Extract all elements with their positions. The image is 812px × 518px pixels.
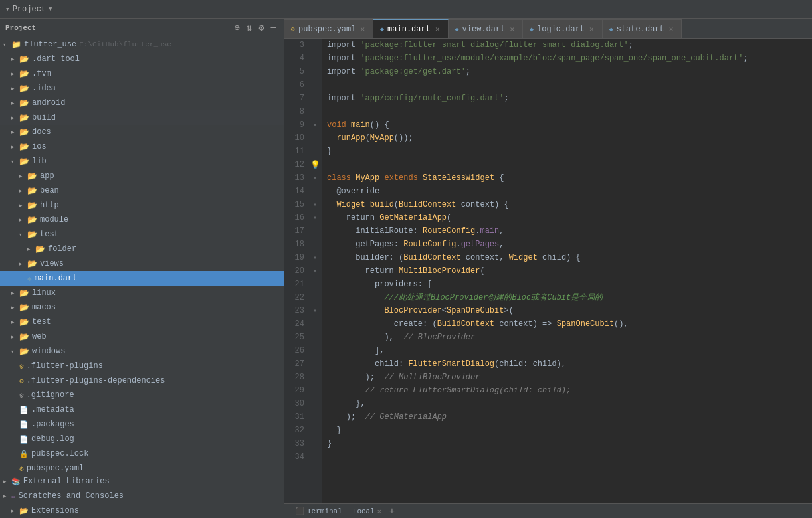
tab-main[interactable]: ◆ main.dart ✕ xyxy=(373,19,448,38)
line-gutter-combined: 3 4 5 6 7 xyxy=(284,39,322,503)
arrow-icon: ▾ xyxy=(3,41,9,48)
sidebar-item-app[interactable]: ▶ 📂 app xyxy=(0,169,284,183)
line-num-15: 15 xyxy=(284,200,308,209)
folder-icon-module: 📂 xyxy=(27,215,37,225)
folder-icon-android: 📂 xyxy=(19,98,29,108)
sidebar-item-lib-test[interactable]: ▾ 📂 test xyxy=(0,227,284,242)
minimize-icon[interactable]: — xyxy=(269,21,278,34)
code-line-7: import 'app/config/route_config.dart'; xyxy=(327,92,812,105)
add-icon[interactable]: ⊕ xyxy=(232,21,241,34)
sidebar-item-dart-tool[interactable]: ▶ 📂 .dart_tool xyxy=(0,52,284,66)
sidebar-item-gitignore[interactable]: ▶ ⚙ .gitignore xyxy=(0,388,284,402)
fold-icon-19[interactable]: ▾ xyxy=(313,254,317,262)
sidebar-item-ios[interactable]: ▶ 📂 ios xyxy=(0,139,284,154)
sidebar-item-idea[interactable]: ▶ 📂 .idea xyxy=(0,81,284,96)
gutter-row-11: 11 xyxy=(284,145,322,158)
project-icon: 📁 xyxy=(11,40,21,50)
gutter-row-14: 14 xyxy=(284,185,322,198)
dart-tool-label: .dart_tool xyxy=(32,54,80,64)
gutter-row-22: 22 xyxy=(284,291,322,304)
line-num-6: 6 xyxy=(284,80,308,90)
sidebar-item-build[interactable]: ▶ 📂 build xyxy=(0,110,284,125)
tab-logic[interactable]: ◆ logic.dart ✕ xyxy=(523,19,603,38)
code-line-29: // return FlutterSmartDialog(child: chil… xyxy=(327,384,812,397)
sidebar-item-windows[interactable]: ▾ 📂 windows xyxy=(0,344,284,359)
code-line-17: initialRoute: RouteConfig.main, xyxy=(327,224,812,238)
sidebar-item-metadata[interactable]: ▶ 📄 .metadata xyxy=(0,402,284,417)
tab-pubspec[interactable]: ⚙ pubspec.yaml ✕ xyxy=(284,19,373,38)
sidebar-item-test[interactable]: ▶ 📂 test xyxy=(0,315,284,329)
sidebar-item-views[interactable]: ▶ 📂 views xyxy=(0,256,284,271)
sidebar-item-bean[interactable]: ▶ 📂 bean xyxy=(0,183,284,198)
sidebar-item-fvm[interactable]: ▶ 📂 .fvm xyxy=(0,66,284,81)
pubspec-lock-label: pubspec.lock xyxy=(31,449,88,458)
sidebar-item-android[interactable]: ▶ 📂 android xyxy=(0,96,284,110)
test-label: test xyxy=(32,317,51,327)
sidebar-item-linux[interactable]: ▶ 📂 linux xyxy=(0,286,284,300)
line-num-29: 29 xyxy=(284,386,308,395)
project-path: E:\GitHub\flutter_use xyxy=(79,41,171,48)
sidebar-item-web[interactable]: ▶ 📂 web xyxy=(0,329,284,344)
folder-icon-app: 📂 xyxy=(27,171,37,181)
code-line-16: return GetMaterialApp( xyxy=(327,211,812,224)
add-terminal-btn[interactable]: + xyxy=(387,506,397,517)
gutter-row-33: 33 xyxy=(284,437,322,450)
code-line-31: ); // GetMaterialApp xyxy=(327,410,812,424)
gutter-row-19: 19 ▾ xyxy=(284,251,322,264)
sidebar-tree[interactable]: ▾ 📁 flutter_use E:\GitHub\flutter_use ▶ … xyxy=(0,37,284,474)
fold-icon-20[interactable]: ▾ xyxy=(313,267,317,275)
project-dropdown[interactable]: ▾ Project ▼ xyxy=(5,5,52,14)
sidebar-item-debug-log[interactable]: ▶ 📄 debug.log xyxy=(0,432,284,446)
tab-close-state[interactable]: ✕ xyxy=(668,24,675,34)
module-label: module xyxy=(40,215,68,224)
tab-icon-main: ◆ xyxy=(380,25,384,33)
file-icon-metadata: 📄 xyxy=(19,406,29,414)
code-line-33: } xyxy=(327,437,812,450)
code-editor[interactable]: 3 4 5 6 7 xyxy=(284,39,812,503)
line-num-10: 10 xyxy=(284,133,308,143)
sidebar-item-packages[interactable]: ▶ 📄 .packages xyxy=(0,417,284,432)
tab-close-logic[interactable]: ✕ xyxy=(588,24,595,34)
line-num-22: 22 xyxy=(284,293,308,302)
sidebar-item-lib[interactable]: ▾ 📂 lib xyxy=(0,154,284,169)
sidebar-item-module[interactable]: ▶ 📂 module xyxy=(0,213,284,227)
sidebar-item-flutter-plugins[interactable]: ▶ ⚙ .flutter-plugins xyxy=(0,359,284,373)
bean-label: bean xyxy=(40,186,59,195)
fold-icon-9[interactable]: ▾ xyxy=(313,121,317,129)
local-tab[interactable]: Local ✕ xyxy=(348,504,387,519)
tab-state[interactable]: ◆ state.dart ✕ xyxy=(603,19,682,38)
line-num-9: 9 xyxy=(284,120,308,130)
sidebar-item-pubspec-yaml[interactable]: ▶ ⚙ pubspec.yaml xyxy=(0,461,284,474)
tab-close-main[interactable]: ✕ xyxy=(434,24,441,34)
gutter-23: ▾ xyxy=(308,307,322,315)
sidebar-item-extensions[interactable]: ▶ 📂 Extensions xyxy=(0,503,284,518)
build-label: build xyxy=(32,113,56,122)
tab-close-pubspec[interactable]: ✕ xyxy=(359,24,366,34)
terminal-tab[interactable]: ⬛ Terminal xyxy=(290,504,348,519)
fold-icon-16[interactable]: ▾ xyxy=(313,214,317,222)
sidebar-item-external-libraries[interactable]: ▶ 📚 External Libraries xyxy=(0,474,284,489)
tree-item-root[interactable]: ▾ 📁 flutter_use E:\GitHub\flutter_use xyxy=(0,37,284,52)
fold-icon-13[interactable]: ▾ xyxy=(313,174,317,182)
local-close[interactable]: ✕ xyxy=(377,507,381,515)
fold-icon-23[interactable]: ▾ xyxy=(313,307,317,315)
fold-icon-15[interactable]: ▾ xyxy=(313,201,317,209)
bulb-icon-12[interactable]: 💡 xyxy=(310,160,320,170)
folder-icon-folder: 📂 xyxy=(35,244,45,254)
gutter-row-13: 13 ▾ xyxy=(284,171,322,185)
tab-close-view[interactable]: ✕ xyxy=(508,24,516,34)
sidebar-item-scratches[interactable]: ▶ ✏ Scratches and Consoles xyxy=(0,489,284,503)
sidebar-item-main-dart[interactable]: ▶ ◆ main.dart xyxy=(0,271,284,286)
gutter-19: ▾ xyxy=(308,254,322,262)
sidebar-item-macos[interactable]: ▶ 📂 macos xyxy=(0,300,284,315)
sidebar-item-http[interactable]: ▶ 📂 http xyxy=(0,198,284,213)
sidebar-item-docs[interactable]: ▶ 📂 docs xyxy=(0,125,284,139)
sidebar-item-flutter-plugins-dep[interactable]: ▶ ⚙ .flutter-plugins-dependencies xyxy=(0,373,284,388)
tab-view[interactable]: ◆ view.dart ✕ xyxy=(449,19,523,38)
code-content[interactable]: import 'package:flutter_smart_dialog/flu… xyxy=(322,39,812,503)
sidebar-item-pubspec-lock[interactable]: ▶ 🔒 pubspec.lock xyxy=(0,446,284,461)
sidebar-item-folder[interactable]: ▶ 📂 folder xyxy=(0,242,284,256)
code-line-13: class MyApp extends StatelessWidget { xyxy=(327,171,812,185)
collapse-icon[interactable]: ⇅ xyxy=(245,21,254,34)
settings-icon[interactable]: ⚙ xyxy=(256,21,266,34)
